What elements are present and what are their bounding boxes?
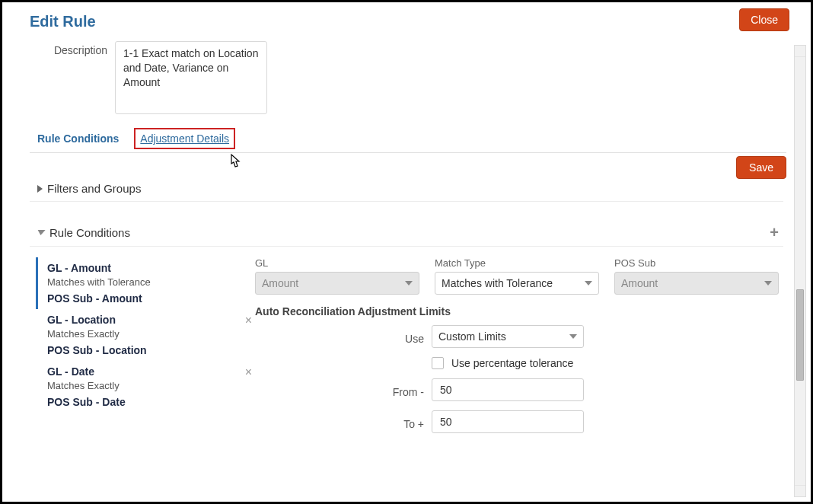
condition-match-type: Matches with Tolerance: [47, 276, 249, 288]
gl-select: Amount: [255, 272, 419, 295]
collapse-icon: [37, 230, 45, 235]
tab-adjustment-details[interactable]: Adjustment Details: [134, 128, 235, 149]
use-label: Use: [255, 328, 424, 345]
section-rule-conditions[interactable]: Rule Conditions +: [30, 202, 783, 247]
match-type-label: Match Type: [435, 257, 599, 269]
match-type-select[interactable]: Matches with Tolerance: [435, 272, 599, 295]
pos-sub-select-value: Amount: [621, 277, 658, 289]
condition-list-item[interactable]: GL - LocationMatches ExactlyPOS Sub - Lo…: [36, 309, 255, 361]
limits-title: Auto Reconciliation Adjustment Limits: [255, 305, 780, 317]
save-button[interactable]: Save: [736, 156, 786, 179]
section-filters-groups-label: Filters and Groups: [47, 182, 141, 195]
content-area: Save Filters and Groups Rule Conditions …: [30, 153, 789, 442]
pos-sub-select: Amount: [614, 272, 779, 295]
tabs-bar: Rule Conditions Adjustment Details: [30, 125, 786, 153]
conditions-list: GL - AmountMatches with TolerancePOS Sub…: [30, 257, 255, 442]
tab-rule-conditions[interactable]: Rule Conditions: [36, 128, 120, 152]
condition-line-source: GL - Date: [47, 365, 249, 378]
description-label: Description: [34, 41, 107, 56]
use-select-value: Custom Limits: [438, 330, 506, 343]
delete-condition-icon[interactable]: ×: [245, 314, 252, 327]
from-label: From -: [255, 381, 424, 398]
conditions-area: GL - AmountMatches with TolerancePOS Sub…: [30, 257, 789, 442]
dialog-title: Edit Rule: [30, 13, 789, 30]
pos-sub-label: POS Sub: [614, 257, 779, 269]
condition-line-source: GL - Location: [47, 314, 249, 326]
gl-select-value: Amount: [262, 277, 298, 289]
use-select[interactable]: Custom Limits: [432, 325, 584, 348]
pct-tolerance-checkbox[interactable]: [432, 357, 444, 369]
edit-rule-dialog: Edit Rule Close Description 1-1 Exact ma…: [18, 2, 789, 502]
pct-tolerance-label: Use percentage tolerance: [451, 357, 573, 369]
from-input[interactable]: [432, 378, 584, 401]
match-type-select-value: Matches with Tolerance: [442, 277, 553, 289]
section-filters-groups[interactable]: Filters and Groups: [30, 159, 783, 202]
condition-detail-panel: GL Amount Match Type Matches with Tolera…: [255, 257, 789, 442]
to-input[interactable]: [432, 410, 584, 433]
to-label: To +: [255, 413, 424, 430]
condition-line-target: POS Sub - Amount: [47, 292, 249, 305]
condition-line-target: POS Sub - Date: [47, 396, 249, 408]
condition-list-item[interactable]: GL - AmountMatches with TolerancePOS Sub…: [36, 257, 255, 309]
section-rule-conditions-label: Rule Conditions: [49, 226, 130, 239]
delete-condition-icon[interactable]: ×: [245, 365, 252, 379]
vertical-scrollbar[interactable]: [794, 45, 806, 497]
condition-match-type: Matches Exactly: [47, 380, 249, 391]
chevron-down-icon: [585, 281, 592, 285]
chevron-down-icon: [764, 281, 772, 285]
scroll-thumb[interactable]: [796, 289, 804, 381]
condition-list-item[interactable]: GL - DateMatches ExactlyPOS Sub - Date×: [36, 361, 255, 413]
add-condition-button[interactable]: +: [770, 225, 779, 240]
expand-icon: [37, 185, 43, 193]
chevron-down-icon: [569, 334, 577, 339]
condition-line-target: POS Sub - Location: [47, 344, 249, 356]
gl-label: GL: [255, 257, 419, 269]
description-row: Description 1-1 Exact match on Location …: [34, 41, 789, 114]
close-button[interactable]: Close: [739, 8, 789, 31]
condition-line-source: GL - Amount: [47, 262, 249, 274]
chevron-down-icon: [405, 281, 413, 285]
description-textarea[interactable]: 1-1 Exact match on Location and Date, Va…: [115, 41, 267, 114]
condition-match-type: Matches Exactly: [47, 328, 249, 340]
